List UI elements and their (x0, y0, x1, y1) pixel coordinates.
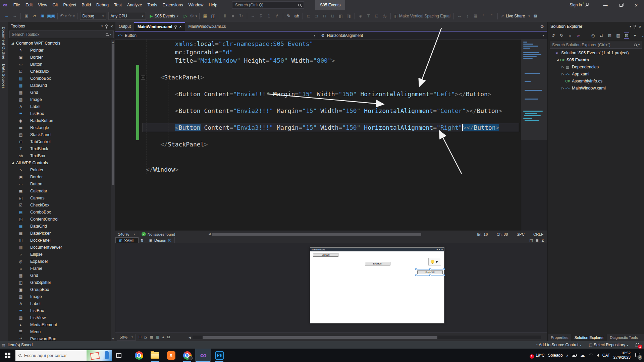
toolbar-icon[interactable]: ↕ (464, 12, 471, 20)
toolbar-icon[interactable]: ↔ (456, 12, 463, 20)
select-repository-button[interactable]: ▢ Select Repository▴ (589, 343, 628, 347)
toolbox-section-common-wpf-controls[interactable]: ◢Common WPF Controls (8, 40, 111, 47)
solution-toolbar-icon[interactable]: ⌂ (567, 33, 573, 38)
menu-edit[interactable]: Edit (23, 0, 36, 10)
toolbox-item-combobox[interactable]: ▤ComboBox (8, 75, 111, 82)
quick-search-box[interactable]: Search (Ctrl+Q) (232, 1, 304, 9)
task-view-button[interactable] (112, 349, 125, 362)
wpf-window-preview[interactable]: MainWindow ■ ■ ■ Envia!!! Envia2!!! Envi… (310, 247, 444, 323)
scroll-left-icon[interactable]: ◀ (208, 232, 211, 236)
toolbox-item-border[interactable]: ▣Border (8, 173, 111, 180)
toolbar-icon[interactable]: ▱ (31, 12, 38, 20)
toolbar-icon[interactable]: ab (293, 12, 301, 20)
taskbar-app-chrome[interactable] (131, 349, 147, 362)
disable-project-code-icon[interactable]: ⊠ (167, 335, 170, 339)
toolbox-item-textblock[interactable]: TTextBlock (8, 145, 111, 152)
close-icon[interactable]: × (639, 24, 641, 29)
solution-toolbar-icon[interactable]: ↺ (550, 33, 556, 38)
menu-git[interactable]: Git (50, 0, 60, 10)
solution-toolbar-icon[interactable]: ◴ (590, 33, 596, 38)
breadcrumb-property[interactable]: ⚙ HorizontalAlignment ▾ (318, 32, 547, 39)
toolbox-item-documentviewer[interactable]: ▥DocumentViewer (8, 244, 111, 251)
design-surface[interactable]: MainWindow ■ ■ ■ Envia!!! Envia2!!! Envi… (115, 243, 547, 333)
toolbar-icon[interactable]: ◨ (345, 12, 353, 20)
toolbar-icon[interactable]: “ (480, 12, 487, 20)
toolbox-item-image[interactable]: ▨Image (8, 96, 111, 103)
toolbox-item-radiobutton[interactable]: ◉RadioButton (8, 117, 111, 124)
solution-toolbar-icon[interactable]: ∞ (576, 33, 581, 38)
toolbar-icon[interactable]: ↻ (237, 12, 245, 20)
toolbox-item-checkbox[interactable]: ☑CheckBox (8, 68, 111, 75)
minimize-button[interactable]: — (598, 0, 613, 10)
toolbox-item-gridsplitter[interactable]: ◫GridSplitter (8, 279, 111, 286)
temperature-label[interactable]: 19°C (536, 353, 545, 358)
toolbar-icon[interactable]: ↷▾ (68, 12, 75, 20)
tree-item-assemblyinfo-cs[interactable]: C#AssemblyInfo.cs (548, 77, 644, 84)
toolbox-item-border[interactable]: ▣Border (8, 54, 111, 61)
taskbar-search-box[interactable]: Escriu aquí per cercar (15, 350, 112, 361)
tab-design-view[interactable]: ▣Design ⇱ (146, 237, 175, 243)
toolbox-item-pointer[interactable]: ↖Pointer (8, 166, 111, 173)
menu-project[interactable]: Project (60, 0, 79, 10)
toolbox-item-groupbox[interactable]: ▣GroupBox (8, 286, 111, 293)
toolbar-icon[interactable]: ” (488, 12, 495, 20)
tree-item-app-xaml[interactable]: ▷<>App.xaml (548, 70, 644, 77)
toolbar-combo-debug[interactable]: Debug▾ (80, 12, 106, 20)
code-line[interactable]: <Button Content="Envia!!!" Margin="15" W… (146, 90, 491, 98)
toolbox-item-listbox[interactable]: ≣ListBox (8, 307, 111, 314)
toolbox-item-image[interactable]: ▨Image (8, 293, 111, 300)
toolbox-scrollbar[interactable]: ▲ ▼ (111, 40, 115, 341)
toolbox-item-button[interactable]: ▭Button (8, 180, 111, 187)
tool-tab-diagnostic-tools[interactable]: Diagnostic Tools (607, 334, 641, 341)
show-grid-icon[interactable]: ▦ (150, 335, 153, 339)
toolbar-make-vertical-spacing-equal[interactable]: ◫Make Vertical Spacing Equal (394, 14, 450, 18)
code-line[interactable]: <Button Content="Envia2!!!" Margin="15" … (146, 107, 502, 115)
zoom-fit-icon[interactable]: ⊡ (139, 335, 142, 339)
solution-toolbar-icon[interactable]: ‥ (641, 33, 644, 38)
toolbar-live-share[interactable]: ↗Live Share▾ (501, 14, 530, 18)
toolbar-icon[interactable]: ⊠ (532, 12, 539, 20)
breadcrumb-element[interactable]: <> Button ▾ (115, 32, 318, 39)
tab-xaml-view[interactable]: ◧XAML (115, 237, 139, 243)
toolbar-icon[interactable]: ← (3, 12, 10, 20)
toolbar-icon[interactable]: ⊓ (321, 12, 328, 20)
pin-icon[interactable] (174, 25, 177, 27)
tab-mainwindow-xaml-cs[interactable]: MainWindow.xaml.cs (185, 22, 229, 31)
solution-toolbar-icon[interactable]: ⊡ (624, 33, 629, 39)
toolbox-item-dockpanel[interactable]: ◫DockPanel (8, 237, 111, 244)
toolbox-item-tabcontrol[interactable]: ⊟TabControl (8, 138, 111, 145)
action-center-button[interactable]: 4 (635, 353, 640, 358)
effects-icon[interactable]: fx (144, 335, 147, 339)
vertical-split-icon[interactable]: ◫ (529, 238, 533, 243)
toolbar-icon[interactable]: ⊡ (373, 12, 380, 20)
taskbar-app-xampp[interactable]: X (163, 349, 179, 362)
toolbox-search-input[interactable]: Search Toolbox ▾ (9, 31, 114, 38)
toolbar-icon[interactable]: ⊤ (365, 12, 372, 20)
toolbar-icon[interactable]: ▦ (472, 12, 479, 20)
toolbar-icon[interactable]: ▦ (202, 12, 209, 20)
pin-icon[interactable] (105, 24, 108, 27)
toolbox-item-expander[interactable]: ◎Expander (8, 258, 111, 265)
tree-item-mainwindow-xaml[interactable]: ▷<>MainWindow.xaml (548, 84, 644, 92)
hidden-icons-chevron[interactable]: ∧ (566, 354, 569, 357)
code-line[interactable]: <Button Content="Envia3!!!" Margin="15" … (146, 123, 499, 132)
toolbox-item-listview[interactable]: ▥ListView (8, 314, 111, 321)
toolbar-icon[interactable]: ⊞ (23, 12, 30, 20)
tree-item-s05-events[interactable]: ◢C#S05 Events (548, 56, 644, 63)
snaplines-icon[interactable]: + (162, 335, 164, 339)
code-line[interactable]: <StackPanel> (146, 73, 204, 81)
toolbar-icon[interactable]: ■ (229, 12, 237, 20)
wifi-icon[interactable] (588, 354, 593, 357)
toolbar-icon[interactable]: ⊏ (305, 12, 312, 20)
solution-toolbar-icon[interactable]: ▥ (615, 33, 621, 38)
close-icon[interactable]: × (179, 24, 181, 29)
eol-indicator[interactable]: CRLF (533, 232, 543, 236)
panel-menu-icon[interactable]: ▾ (630, 25, 631, 28)
toolbox-item-ellipse[interactable]: ○Ellipse (8, 251, 111, 258)
solution-toolbar-icon[interactable]: ▾ (632, 33, 638, 38)
notifications-bell-button[interactable]: 1 (636, 343, 639, 347)
editor-zoom-select[interactable]: 146 %▾ (115, 231, 138, 237)
swap-panes-icon[interactable]: ⇅ (139, 237, 146, 243)
toolbox-item-canvas[interactable]: ◱Canvas (8, 194, 111, 201)
toolbox-item-rectangle[interactable]: ▭Rectangle (8, 124, 111, 131)
